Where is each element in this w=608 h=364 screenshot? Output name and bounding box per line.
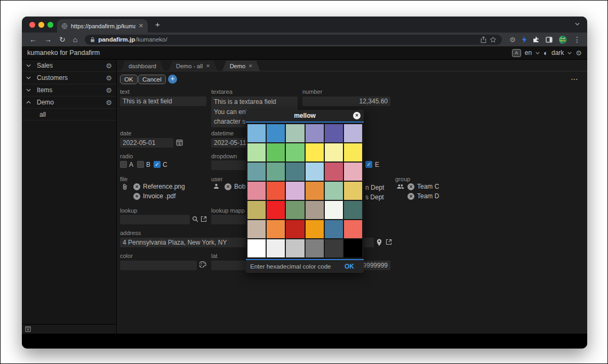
theme-contrast-icon[interactable]: ◐ — [543, 49, 548, 57]
color-swatch[interactable] — [247, 124, 266, 142]
browser-tab[interactable]: https://pandafirm.jp/kumaneko ✕ — [57, 19, 148, 33]
address-bar[interactable]: pandafirm.jp/kumaneko/ — [85, 35, 502, 45]
browser-menu-kebab-icon[interactable]: ⋮ — [573, 36, 581, 43]
remove-file-icon[interactable]: ✕ — [133, 193, 140, 200]
external-link-icon[interactable] — [386, 239, 392, 245]
share-icon[interactable] — [481, 36, 486, 43]
close-tab-icon[interactable]: ✕ — [249, 63, 253, 69]
settings-gear-icon[interactable]: ⚙ — [575, 50, 582, 56]
lookup-field-input[interactable] — [120, 215, 190, 224]
color-field-input[interactable] — [120, 261, 197, 270]
profile-avatar[interactable] — [559, 36, 567, 44]
color-swatch[interactable] — [306, 182, 324, 200]
close-window-button[interactable] — [29, 22, 35, 28]
cancel-button[interactable]: Cancel — [138, 75, 166, 84]
color-swatch[interactable] — [344, 201, 362, 219]
color-swatch[interactable] — [247, 163, 266, 181]
minimize-window-button[interactable] — [38, 22, 44, 28]
more-options-kebab-icon[interactable]: ⋯ — [571, 75, 579, 83]
color-swatch[interactable] — [306, 201, 324, 219]
color-picker-ok-button[interactable]: OK — [345, 263, 354, 270]
sidebar-item-demo-all[interactable]: all — [22, 109, 116, 120]
close-tab-icon[interactable]: ✕ — [139, 22, 143, 29]
ok-button[interactable]: OK — [120, 75, 138, 84]
text-field-input[interactable]: This is a text field — [120, 96, 206, 106]
sidebar-gear-icon[interactable]: ⚙ — [106, 75, 112, 82]
maximize-window-button[interactable] — [47, 22, 53, 28]
color-swatch[interactable] — [325, 143, 343, 161]
chevron-down-icon[interactable] — [535, 52, 540, 54]
color-swatch[interactable] — [267, 182, 285, 200]
calendar-icon[interactable]: 1 — [176, 139, 183, 146]
color-swatch[interactable] — [306, 220, 324, 238]
radio-option-b-checkbox[interactable] — [137, 161, 144, 168]
sidebar-gear-icon[interactable]: ⚙ — [106, 62, 112, 69]
color-swatch[interactable] — [247, 201, 266, 219]
search-icon[interactable] — [192, 216, 198, 222]
color-swatch[interactable] — [267, 201, 285, 219]
translate-icon[interactable]: A — [512, 49, 521, 57]
color-swatch[interactable] — [344, 143, 362, 161]
color-swatch[interactable] — [344, 239, 362, 257]
add-record-button[interactable]: + — [168, 75, 177, 84]
remove-user-icon[interactable]: ✕ — [225, 183, 231, 190]
extension-gear-icon[interactable]: ⚙ — [509, 36, 516, 43]
sidebar-item-sales[interactable]: Sales ⚙ — [22, 60, 116, 72]
color-swatch[interactable] — [267, 124, 285, 142]
color-swatch[interactable] — [286, 163, 304, 181]
color-swatch[interactable] — [267, 220, 285, 238]
reload-icon[interactable]: ↻ — [59, 36, 66, 43]
close-dialog-icon[interactable]: ✕ — [353, 112, 361, 119]
color-swatch[interactable] — [286, 201, 304, 219]
number-field-input[interactable]: 12,345.60 — [302, 96, 390, 106]
side-panel-icon[interactable] — [546, 37, 553, 43]
tab-demo[interactable]: Demo ✕ — [222, 61, 260, 71]
new-tab-button[interactable]: + — [155, 20, 160, 29]
remove-file-icon[interactable]: ✕ — [133, 183, 140, 190]
palette-icon[interactable] — [199, 261, 206, 268]
color-swatch[interactable] — [286, 143, 304, 161]
color-swatch[interactable] — [267, 163, 285, 181]
organization-item-partial[interactable]: n Dept — [365, 184, 384, 191]
color-swatch[interactable] — [325, 182, 343, 200]
theme-selector[interactable]: dark — [551, 49, 564, 56]
chevron-down-icon[interactable] — [567, 52, 572, 54]
color-swatch[interactable] — [344, 163, 362, 181]
back-icon[interactable]: ← — [29, 36, 37, 43]
color-swatch[interactable] — [325, 163, 343, 181]
organization-item-partial[interactable]: s Dept — [365, 193, 384, 201]
color-swatch[interactable] — [247, 143, 266, 161]
close-tab-icon[interactable]: ✕ — [206, 63, 210, 69]
file-item[interactable]: Invoice .pdf — [143, 192, 175, 200]
color-swatch[interactable] — [344, 220, 362, 238]
color-swatch[interactable] — [325, 239, 343, 257]
color-swatch[interactable] — [247, 182, 266, 200]
group-item[interactable]: Team C — [417, 183, 439, 190]
color-swatch[interactable] — [325, 124, 343, 142]
color-swatch[interactable] — [306, 239, 324, 257]
remove-group-icon[interactable]: ✕ — [407, 183, 414, 190]
sidebar-gear-icon[interactable]: ⚙ — [106, 87, 112, 94]
add-app-icon[interactable] — [25, 326, 31, 332]
sidebar-item-demo[interactable]: Demo ⚙ — [22, 96, 116, 109]
checkbox-option-e-checked[interactable]: ✓ — [365, 161, 372, 168]
color-swatch[interactable] — [267, 239, 285, 257]
tab-search-chevron-icon[interactable] — [575, 22, 580, 26]
home-icon[interactable]: ⌂ — [73, 36, 77, 43]
remove-group-icon[interactable]: ✕ — [407, 193, 414, 200]
external-link-icon[interactable] — [201, 216, 207, 222]
color-swatch[interactable] — [344, 182, 362, 200]
group-item[interactable]: Team D — [417, 192, 439, 200]
sidebar-item-items[interactable]: Items ⚙ — [22, 84, 116, 96]
bookmark-star-icon[interactable] — [490, 36, 497, 43]
color-swatch[interactable] — [286, 220, 304, 238]
bolt-extension-icon[interactable] — [522, 36, 526, 43]
color-swatch[interactable] — [247, 220, 266, 238]
color-swatch[interactable] — [325, 220, 343, 238]
color-swatch[interactable] — [247, 239, 266, 257]
extensions-puzzle-icon[interactable] — [533, 36, 539, 43]
color-swatch[interactable] — [306, 163, 324, 181]
color-swatch[interactable] — [286, 124, 304, 142]
file-item[interactable]: Reference.png — [143, 183, 185, 190]
color-swatch[interactable] — [306, 124, 324, 142]
